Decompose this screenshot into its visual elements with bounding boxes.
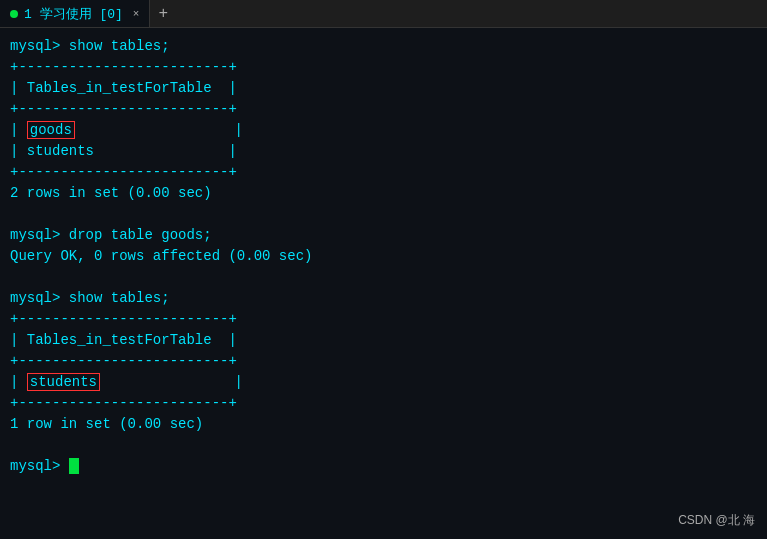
new-tab-button[interactable]: + [150, 5, 176, 23]
terminal-window[interactable]: mysql> show tables; +-------------------… [0, 28, 767, 539]
active-tab[interactable]: 1 学习使用 [0] × [0, 0, 150, 27]
line-prompt: mysql> [10, 456, 757, 477]
line-10: mysql> drop table goods; [10, 225, 757, 246]
line-2: +-------------------------+ [10, 57, 757, 78]
line-13: mysql> show tables; [10, 288, 757, 309]
line-1: mysql> show tables; [10, 36, 757, 57]
cursor [69, 458, 79, 474]
line-students: | students | [10, 372, 757, 393]
line-9 [10, 204, 757, 225]
watermark: CSDN @北 海 [678, 511, 755, 529]
goods-highlight: goods [27, 121, 75, 139]
title-bar: 1 学习使用 [0] × + [0, 0, 767, 28]
line-18: +-------------------------+ [10, 393, 757, 414]
line-7: +-------------------------+ [10, 162, 757, 183]
line-16: +-------------------------+ [10, 351, 757, 372]
tab-dot-icon [10, 10, 18, 18]
students-highlight: students [27, 373, 100, 391]
line-15: | Tables_in_testForTable | [10, 330, 757, 351]
line-20 [10, 435, 757, 456]
line-19: 1 row in set (0.00 sec) [10, 414, 757, 435]
line-6: | students | [10, 141, 757, 162]
line-goods: | goods | [10, 120, 757, 141]
tab-close-button[interactable]: × [133, 8, 140, 20]
tab-label: 1 学习使用 [0] [24, 5, 123, 23]
line-11: Query OK, 0 rows affected (0.00 sec) [10, 246, 757, 267]
line-8: 2 rows in set (0.00 sec) [10, 183, 757, 204]
line-3: | Tables_in_testForTable | [10, 78, 757, 99]
line-12 [10, 267, 757, 288]
line-4: +-------------------------+ [10, 99, 757, 120]
line-14: +-------------------------+ [10, 309, 757, 330]
